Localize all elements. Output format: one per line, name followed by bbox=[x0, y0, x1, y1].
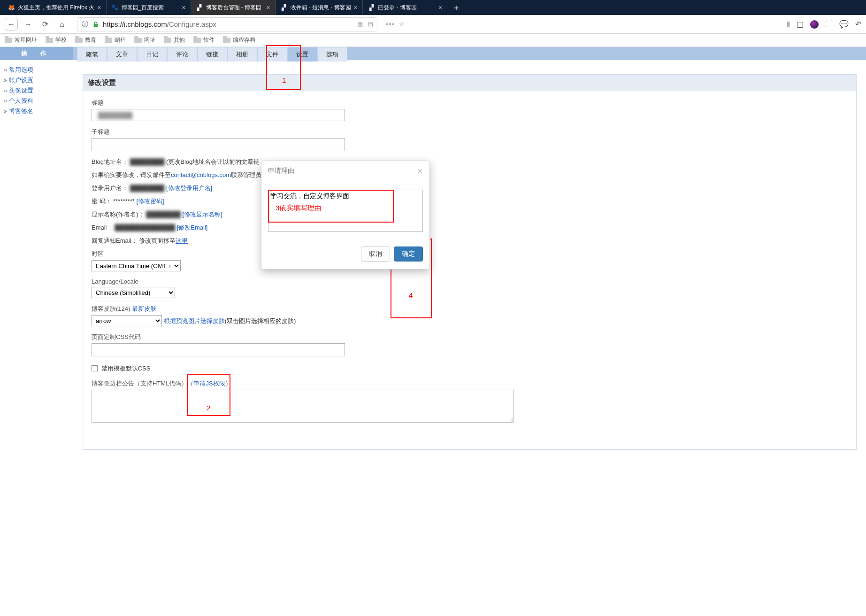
tab-title: 博客后台管理 - 博客园 bbox=[206, 4, 262, 12]
sidebar-header: 操 作 bbox=[0, 47, 73, 60]
link-change-display-name[interactable]: [修改显示名称] bbox=[183, 211, 222, 218]
browser-tab[interactable]: 🐾 博客园_百度搜索 × bbox=[107, 0, 191, 15]
crop-icon[interactable]: ⛶ bbox=[825, 20, 833, 29]
link-change-email[interactable]: [修改Email] bbox=[177, 224, 208, 231]
back-button[interactable]: ← bbox=[5, 18, 18, 31]
sidebar-link[interactable]: 个人资料 bbox=[4, 96, 69, 106]
bookmark-star-icon[interactable]: ☆ bbox=[399, 21, 405, 28]
blurred-value: ████████ bbox=[98, 112, 133, 119]
input-subtitle[interactable] bbox=[92, 138, 345, 151]
folder-icon bbox=[223, 38, 230, 43]
select-timezone[interactable]: Eastern China Time (GMT +8) bbox=[92, 260, 181, 271]
tab-settings[interactable]: 设置 bbox=[287, 47, 317, 62]
browser-tab[interactable]: ▞ 收件箱 - 短消息 - 博客园 × bbox=[276, 0, 363, 15]
bookmark-label: 教育 bbox=[85, 36, 96, 44]
chat-icon[interactable]: 💬 bbox=[839, 20, 849, 29]
browser-tab-active[interactable]: ▞ 博客后台管理 - 博客园 × bbox=[191, 0, 276, 15]
info-icon[interactable]: ⓘ bbox=[81, 18, 89, 31]
address-bar[interactable]: ⓘ https://i.cnblogs.com/Configure.aspx ▦… bbox=[77, 17, 377, 31]
label-sidebar-announce: 博客侧边栏公告（支持HTML代码）（申请JS权限） bbox=[92, 379, 848, 388]
tab-posts[interactable]: 随笔 bbox=[77, 47, 107, 62]
sidebar-toggle-icon[interactable]: ◫ bbox=[797, 20, 804, 29]
reload-button[interactable]: ⟳ bbox=[38, 18, 52, 31]
main-col: 随笔 文章 日记 评论 链接 相册 文件 设置 选项 1 修改设置 标题 ███… bbox=[73, 47, 866, 450]
sidebar-link[interactable]: 常用选项 bbox=[4, 65, 69, 75]
bookmark-folder[interactable]: 常用网址 bbox=[5, 36, 37, 44]
folder-icon bbox=[134, 38, 142, 43]
url-path: /Configure.aspx bbox=[167, 20, 216, 28]
select-skin[interactable]: arrow bbox=[92, 315, 162, 326]
close-icon[interactable]: × bbox=[354, 4, 358, 11]
link-change-username[interactable]: [修改登录用户名] bbox=[166, 185, 212, 192]
textarea-apply-reason[interactable] bbox=[268, 190, 423, 232]
undo-icon[interactable]: ↶ bbox=[855, 20, 861, 29]
qr-icon[interactable]: ▦ bbox=[357, 21, 363, 28]
close-icon[interactable]: × bbox=[182, 4, 185, 11]
close-icon[interactable]: × bbox=[97, 4, 101, 11]
url-host: https://i.cnblogs.com bbox=[103, 20, 167, 28]
tab-comments[interactable]: 评论 bbox=[167, 47, 197, 62]
bookmark-folder[interactable]: 软件 bbox=[193, 36, 215, 44]
checkbox-disable-css[interactable] bbox=[92, 365, 98, 371]
close-icon[interactable]: × bbox=[417, 167, 423, 175]
label-skin: 博客皮肤(124) 最新皮肤 bbox=[92, 305, 848, 313]
close-icon[interactable]: × bbox=[438, 4, 442, 11]
bookmark-folder[interactable]: 编程存档 bbox=[223, 36, 255, 44]
reader-icon[interactable]: ▤ bbox=[368, 21, 373, 28]
tab-links[interactable]: 链接 bbox=[197, 47, 227, 62]
label-timezone: 时区 bbox=[92, 250, 848, 258]
tab-albums[interactable]: 相册 bbox=[227, 47, 257, 62]
label-disable-css: 禁用模板默认CSS bbox=[101, 365, 151, 372]
cancel-button[interactable]: 取消 bbox=[361, 246, 390, 262]
link-here[interactable]: 这里 bbox=[176, 237, 188, 244]
left-sidebar: 操 作 常用选项 帐户设置 头像设置 个人资料 博客签名 bbox=[0, 47, 73, 450]
ok-button[interactable]: 确定 bbox=[394, 246, 423, 262]
tab-title: 收件箱 - 短消息 - 博客园 bbox=[291, 4, 351, 12]
link-change-password[interactable]: [修改密码] bbox=[136, 198, 164, 205]
bookmark-label: 其他 bbox=[174, 36, 185, 44]
home-button[interactable]: ⌂ bbox=[55, 18, 69, 31]
textarea-custom-css[interactable] bbox=[92, 343, 345, 356]
bookmark-folder[interactable]: 其他 bbox=[164, 36, 185, 44]
skin-tail: (双击图片选择相应的皮肤) bbox=[225, 317, 296, 324]
forward-button[interactable]: → bbox=[22, 18, 35, 31]
bookmark-folder[interactable]: 教育 bbox=[75, 36, 96, 44]
profile-avatar[interactable] bbox=[810, 20, 819, 29]
label-custom-css: 页面定制CSS代码 bbox=[92, 333, 848, 341]
sidebar-link[interactable]: 博客签名 bbox=[4, 106, 69, 116]
browser-tab[interactable]: ▞ 已登录 - 博客园 × bbox=[363, 0, 447, 15]
label-close-paren: ） bbox=[225, 380, 231, 387]
tab-title: 火狐主页，推荐使用 Firefox 火 bbox=[18, 4, 94, 12]
browser-tab-strip: 🦊 火狐主页，推荐使用 Firefox 火 × 🐾 博客园_百度搜索 × ▞ 博… bbox=[0, 0, 866, 15]
close-icon[interactable]: × bbox=[266, 4, 270, 11]
card-title: 修改设置 bbox=[83, 75, 856, 91]
contact-email-link[interactable]: contact@cnblogs.com bbox=[171, 171, 231, 178]
apply-reason-modal: 申请理由 × 3依实填写理由 取消 确定 bbox=[261, 161, 430, 270]
link-preview-skin[interactable]: 根据预览图片选择皮肤 bbox=[164, 317, 225, 324]
select-locale[interactable]: Chinese (Simplified) bbox=[92, 287, 175, 298]
textarea-sidebar-announce[interactable] bbox=[92, 390, 514, 423]
bookmark-label: 编程 bbox=[115, 36, 126, 44]
new-tab-button[interactable]: ＋ bbox=[447, 0, 465, 15]
link-apply-js[interactable]: 申请JS权限 bbox=[193, 380, 225, 387]
tab-diary[interactable]: 日记 bbox=[137, 47, 167, 62]
tab-files[interactable]: 文件 bbox=[257, 47, 287, 62]
bookmark-folder[interactable]: 网址 bbox=[134, 36, 155, 44]
label-subtitle: 子标题 bbox=[92, 128, 848, 136]
cnblogs-icon: ▞ bbox=[368, 4, 375, 11]
overflow-menu[interactable]: ••• bbox=[386, 21, 395, 28]
sidebar-links: 常用选项 帐户设置 头像设置 个人资料 博客签名 bbox=[0, 60, 73, 121]
link-latest-skin[interactable]: 最新皮肤 bbox=[132, 305, 156, 312]
sidebar-link[interactable]: 头像设置 bbox=[4, 85, 69, 96]
tab-articles[interactable]: 文章 bbox=[107, 47, 137, 62]
bookmark-folder[interactable]: 编程 bbox=[105, 36, 126, 44]
bookmark-folder[interactable]: 学校 bbox=[46, 36, 67, 44]
bookmark-label: 软件 bbox=[203, 36, 215, 44]
sidebar-link[interactable]: 帐户设置 bbox=[4, 75, 69, 85]
browser-tab[interactable]: 🦊 火狐主页，推荐使用 Firefox 火 × bbox=[3, 0, 107, 15]
library-icon[interactable]: ⫴ bbox=[787, 20, 790, 29]
firefox-icon: 🦊 bbox=[8, 4, 15, 11]
folder-icon bbox=[105, 38, 112, 43]
label-title: 标题 bbox=[92, 99, 848, 107]
tab-options[interactable]: 选项 bbox=[317, 47, 347, 62]
